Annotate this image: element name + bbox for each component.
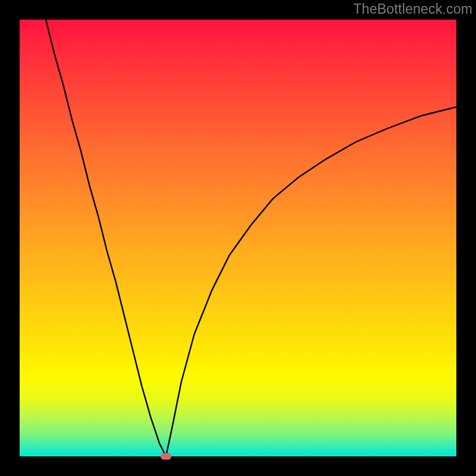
curve-svg — [20, 20, 456, 456]
minimum-marker — [161, 453, 171, 460]
plot-area — [20, 20, 456, 456]
curve-right — [166, 107, 456, 456]
curve-left — [46, 20, 166, 456]
chart-frame: TheBottleneck.com — [0, 0, 476, 476]
watermark-text: TheBottleneck.com — [353, 1, 472, 17]
